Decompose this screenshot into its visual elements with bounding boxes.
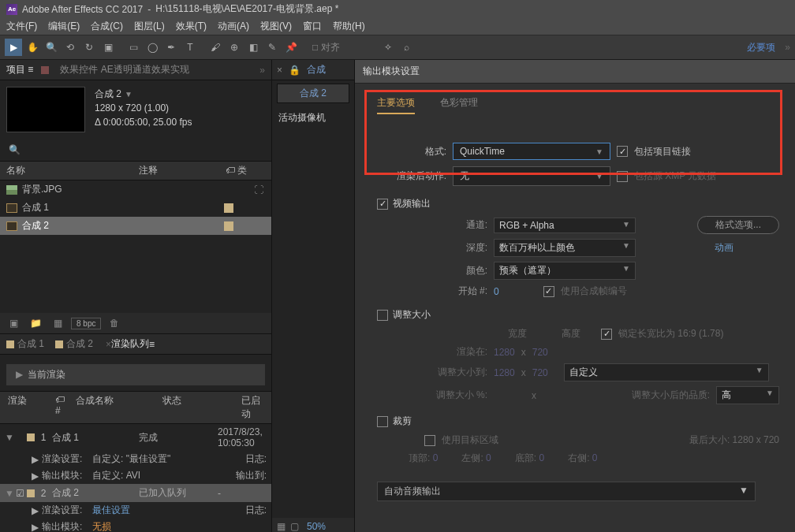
close-icon[interactable]: × (106, 339, 111, 350)
project-panel-tabs: 项目 ≡ 效果控件 AE透明通道效果实现 » (0, 60, 271, 80)
project-item[interactable]: 合成 2 (0, 217, 271, 235)
search-icon[interactable]: ⌕ (398, 39, 416, 56)
format-dropdown[interactable]: QuickTime▼ (453, 143, 610, 160)
search-icon[interactable]: 🔍 (6, 142, 22, 158)
bpc-button[interactable]: 8 bpc (71, 318, 101, 329)
new-comp-icon[interactable]: ▦ (49, 316, 66, 330)
menu-layer[interactable]: 图层(L) (134, 20, 165, 33)
brush-tool-icon[interactable]: 🖌 (207, 39, 224, 56)
render-queue-item[interactable]: ▼ 1 合成 1 完成 2017/8/23, 10:05:30 (0, 424, 271, 451)
format-label: 格式: (377, 145, 446, 158)
dropdown-icon[interactable]: ▼ (125, 88, 132, 100)
menu-composition[interactable]: 合成(C) (91, 20, 123, 33)
clone-tool-icon[interactable]: ⊕ (226, 39, 243, 56)
menu-edit[interactable]: 编辑(E) (48, 20, 80, 33)
output-module-row: ▶ 输出模块: 自定义: AVI 输出到: (0, 467, 271, 484)
flowchart-icon[interactable]: ⛶ (254, 184, 265, 195)
item-label: 合成 2 (22, 219, 49, 233)
tool-toolbar: ▶ ✋ 🔍 ⟲ ↻ ▣ ▭ ◯ ✒ T 🖌 ⊕ ◧ ✎ 📌 □ 对齐 ✧ ⌕ 必… (0, 35, 795, 60)
output-module-link[interactable]: 无损 (92, 521, 111, 532)
menu-window[interactable]: 窗口 (303, 20, 322, 33)
project-item[interactable]: 背景.JPG ⛶ (0, 180, 271, 199)
menu-file[interactable]: 文件(F) (6, 20, 37, 33)
tab-comp2[interactable]: 合成 2 (55, 337, 93, 351)
chevron-right-icon[interactable]: ▶ (32, 522, 39, 533)
tab-comp1[interactable]: 合成 1 (6, 337, 44, 351)
orbit-tool-icon[interactable]: ⟲ (62, 39, 79, 56)
crop-checkbox[interactable] (377, 416, 388, 427)
expand-icon[interactable]: ▼ (5, 432, 16, 443)
zoom-tool-icon[interactable]: 🔍 (43, 39, 60, 56)
chevron-right-icon[interactable]: ▶ (32, 454, 39, 465)
red-indicator-icon (41, 66, 49, 74)
dropdown-icon[interactable]: » (785, 42, 790, 53)
tab-main-options[interactable]: 主要选项 (377, 96, 415, 114)
hand-tool-icon[interactable]: ✋ (24, 39, 41, 56)
puppet-tool-icon[interactable]: 📌 (282, 39, 300, 56)
menu-help[interactable]: 帮助(H) (333, 20, 365, 33)
tab-effect-controls[interactable]: 效果控件 AE透明通道效果实现 (60, 63, 188, 76)
essentials-link[interactable]: 必要项 (747, 41, 775, 54)
color-label-swatch[interactable] (224, 221, 233, 231)
menu-view[interactable]: 视图(V) (260, 20, 292, 33)
tab-project[interactable]: 项目 ≡ (6, 63, 33, 76)
render-checkbox[interactable]: ☑ (16, 488, 27, 499)
project-item[interactable]: 合成 1 (0, 199, 271, 217)
col-name[interactable]: 名称 (6, 164, 139, 177)
render-queue-item[interactable]: ▼ ☑ 2 合成 2 已加入队列 - (0, 484, 271, 502)
timeline-tabs: 合成 1 合成 2 × 渲染队列 ≡ (0, 333, 271, 355)
menu-animation[interactable]: 动画(A) (218, 20, 249, 33)
color-label-swatch (27, 433, 35, 441)
rotate-tool-icon[interactable]: ↻ (80, 39, 98, 56)
grid-icon[interactable]: ▦ (277, 521, 286, 532)
rectangle-tool-icon[interactable]: ▭ (125, 39, 142, 56)
expand-icon[interactable]: ▼ (5, 488, 16, 499)
chevron-right-icon[interactable]: ▶ (16, 369, 23, 380)
mask-icon[interactable]: ▢ (290, 521, 299, 532)
tab-render-queue[interactable]: × 渲染队列 ≡ (104, 337, 155, 351)
trash-icon[interactable]: 🗑 (106, 316, 123, 330)
col-label-icon[interactable]: 🏷 (226, 165, 235, 176)
roto-tool-icon[interactable]: ✎ (263, 39, 281, 56)
resize-checkbox[interactable] (377, 310, 388, 321)
video-output-label: 视频输出 (393, 197, 431, 210)
tab-color-management[interactable]: 色彩管理 (440, 96, 478, 114)
lock-icon[interactable]: 🔒 (289, 65, 300, 76)
workspace-icon[interactable]: ✧ (379, 39, 397, 56)
use-roi-checkbox (424, 435, 435, 446)
include-xmp-checkbox[interactable] (617, 171, 628, 182)
channel-dropdown[interactable]: RGB + Alpha▼ (494, 218, 636, 233)
snap-toggle[interactable]: □ 对齐 (312, 41, 340, 54)
camera-tool-icon[interactable]: ▣ (99, 39, 117, 56)
dialog-tabs: 主要选项 色彩管理 (377, 95, 779, 121)
chevron-right-icon[interactable]: ▶ (32, 505, 39, 516)
interpret-icon[interactable]: ▣ (5, 316, 22, 330)
use-comp-frame-checkbox[interactable] (543, 286, 554, 297)
new-folder-icon[interactable]: 📁 (27, 316, 44, 330)
depth-dropdown[interactable]: 数百万种以上颜色▼ (494, 239, 636, 257)
col-type[interactable]: 类 (237, 165, 247, 176)
post-render-dropdown[interactable]: 无▼ (453, 166, 610, 186)
start-frame-value[interactable]: 0 (494, 286, 499, 297)
pen-tool-icon[interactable]: ✒ (162, 39, 180, 56)
color-label-swatch[interactable] (224, 203, 233, 213)
col-comment[interactable]: 注释 (139, 164, 226, 177)
include-link-checkbox[interactable] (617, 146, 628, 157)
post-render-label: 渲染后动作: (377, 169, 446, 183)
format-options-button[interactable]: 格式选项... (697, 216, 779, 234)
panel-overflow-icon[interactable]: » (259, 65, 265, 76)
video-output-checkbox[interactable] (377, 199, 388, 210)
menu-effect[interactable]: 效果(T) (176, 20, 207, 33)
color-dropdown[interactable]: 预乘（遮罩）▼ (494, 262, 636, 280)
zoom-level[interactable]: 50% (307, 521, 326, 532)
ellipse-tool-icon[interactable]: ◯ (144, 39, 161, 56)
type-tool-icon[interactable]: T (181, 39, 199, 56)
render-settings-link[interactable]: 最佳设置 (92, 504, 130, 515)
viewer-comp-tab[interactable]: 合成 2 (277, 84, 349, 103)
chevron-right-icon[interactable]: ▶ (32, 471, 39, 482)
eraser-tool-icon[interactable]: ◧ (244, 39, 262, 56)
viewer-type[interactable]: 合成 (307, 63, 326, 76)
close-icon[interactable]: × (277, 65, 282, 76)
selection-tool-icon[interactable]: ▶ (5, 39, 22, 56)
audio-output-dropdown[interactable]: 自动音频输出▼ (377, 482, 756, 501)
